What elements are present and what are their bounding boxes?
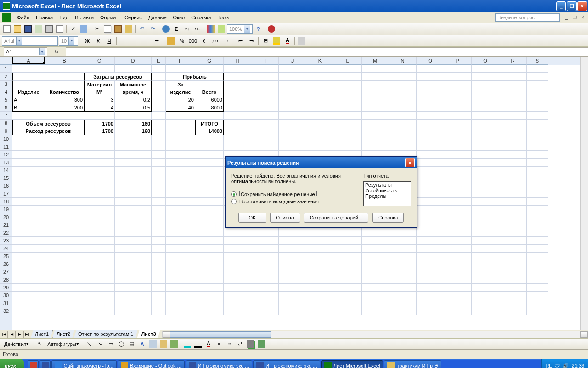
radio-keep-solution[interactable]: Сохранить найденное решение	[231, 191, 356, 197]
cell-E4[interactable]	[152, 88, 166, 96]
radio-restore-values[interactable]: Восстановить исходные значения	[231, 199, 356, 204]
zoom-combo[interactable]: 100%▼	[227, 24, 253, 34]
cell-K24[interactable]	[306, 245, 334, 253]
cell-G11[interactable]	[195, 143, 224, 151]
cell-M2[interactable]	[362, 73, 389, 80]
cell-J26[interactable]	[279, 260, 306, 268]
cell-G12[interactable]	[195, 151, 224, 159]
cell-M11[interactable]	[362, 143, 389, 151]
maximize-button[interactable]: ❐	[567, 1, 577, 11]
cell-L3[interactable]	[334, 80, 362, 88]
cell-H30[interactable]	[224, 292, 251, 299]
row-header[interactable]: 19	[0, 206, 12, 213]
row-header[interactable]: 5	[0, 96, 12, 104]
cell-G4[interactable]: Всего	[195, 88, 224, 96]
cell-S14[interactable]	[527, 167, 548, 174]
shadow-icon[interactable]	[246, 339, 256, 349]
font-color-icon-2[interactable]: А	[204, 339, 214, 349]
cell-L32[interactable]	[334, 307, 362, 315]
cell-A13[interactable]	[12, 159, 45, 167]
cell-D15[interactable]	[115, 174, 152, 182]
cell-O15[interactable]	[417, 174, 444, 182]
cell-B14[interactable]	[45, 167, 84, 174]
cell-N9[interactable]	[389, 127, 417, 135]
cell-I32[interactable]	[251, 307, 279, 315]
cell-E6[interactable]	[152, 104, 166, 112]
cell-Q12[interactable]	[472, 151, 499, 159]
line-color-icon[interactable]	[193, 339, 203, 349]
cell-C32[interactable]	[84, 307, 115, 315]
cell-P32[interactable]	[444, 307, 472, 315]
cell-P18[interactable]	[444, 198, 472, 206]
cell-N22[interactable]	[389, 229, 417, 237]
row-header[interactable]: 20	[0, 213, 12, 221]
row-header[interactable]: 32	[0, 307, 12, 315]
cell-A7[interactable]	[12, 112, 45, 120]
cell-H9[interactable]	[224, 127, 251, 135]
cell-Q23[interactable]	[472, 237, 499, 245]
cell-R15[interactable]	[499, 174, 527, 182]
cell-R20[interactable]	[499, 213, 527, 221]
cell-Q30[interactable]	[472, 292, 499, 299]
row-header[interactable]: 2	[0, 73, 12, 80]
cell-I7[interactable]	[251, 112, 279, 120]
cell-O22[interactable]	[417, 229, 444, 237]
cell-F1[interactable]	[166, 65, 195, 73]
cell-E15[interactable]	[152, 174, 166, 182]
cell-M22[interactable]	[362, 229, 389, 237]
cell-P20[interactable]	[444, 213, 472, 221]
cell-M29[interactable]	[362, 284, 389, 292]
italic-icon[interactable]: К	[93, 36, 103, 46]
row-header[interactable]: 10	[0, 135, 12, 143]
cell-M3[interactable]	[362, 80, 389, 88]
cell-H25[interactable]	[224, 253, 251, 260]
cell-D23[interactable]	[115, 237, 152, 245]
cell-R9[interactable]	[499, 127, 527, 135]
cell-L26[interactable]	[334, 260, 362, 268]
report-option[interactable]: Пределы	[364, 193, 410, 199]
cell-O6[interactable]	[417, 104, 444, 112]
cell-F17[interactable]	[166, 190, 195, 198]
cell-D7[interactable]	[115, 112, 152, 120]
cell-S29[interactable]	[527, 284, 548, 292]
cell-A11[interactable]	[12, 143, 45, 151]
cell-S5[interactable]	[527, 96, 548, 104]
cell-G28[interactable]	[195, 276, 224, 284]
cell-B13[interactable]	[45, 159, 84, 167]
cell-I1[interactable]	[251, 65, 279, 73]
cell-A5[interactable]: А	[12, 96, 45, 104]
cell-J23[interactable]	[279, 237, 306, 245]
redo-icon[interactable]: ↷	[147, 24, 158, 34]
cell-I9[interactable]	[251, 127, 279, 135]
cell-C6[interactable]: 4	[84, 104, 115, 112]
cell-O11[interactable]	[417, 143, 444, 151]
cell-P28[interactable]	[444, 276, 472, 284]
cell-B24[interactable]	[45, 245, 84, 253]
clock[interactable]: 21:36	[571, 363, 584, 368]
align-right-icon[interactable]: ≡	[141, 36, 151, 46]
cell-J31[interactable]	[279, 299, 306, 307]
row-header[interactable]: 14	[0, 167, 12, 174]
cell-I6[interactable]	[251, 104, 279, 112]
cell-E30[interactable]	[152, 292, 166, 299]
cell-E26[interactable]	[152, 260, 166, 268]
cell-M32[interactable]	[362, 307, 389, 315]
cell-O13[interactable]	[417, 159, 444, 167]
cell-G20[interactable]	[195, 213, 224, 221]
cell-L10[interactable]	[334, 135, 362, 143]
cell-G5[interactable]: 6000	[195, 96, 224, 104]
close-button[interactable]: ×	[577, 1, 587, 11]
cell-R32[interactable]	[499, 307, 527, 315]
cell-I5[interactable]	[251, 96, 279, 104]
row-header[interactable]: 21	[0, 221, 12, 229]
cell-N10[interactable]	[389, 135, 417, 143]
col-header[interactable]: R	[499, 57, 527, 65]
cell-P9[interactable]	[444, 127, 472, 135]
select-all-corner[interactable]	[0, 57, 12, 65]
row-header[interactable]: 3	[0, 80, 12, 88]
cell-Q19[interactable]	[472, 206, 499, 213]
cell-S28[interactable]	[527, 276, 548, 284]
cell-O10[interactable]	[417, 135, 444, 143]
cell-G15[interactable]	[195, 174, 224, 182]
cell-K2[interactable]	[306, 73, 334, 80]
